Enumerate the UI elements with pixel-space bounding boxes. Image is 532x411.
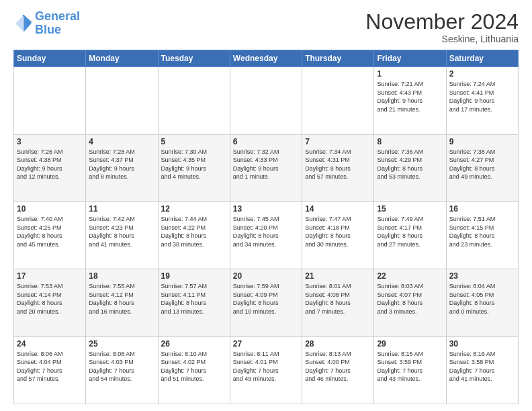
cell-0-4 — [302, 67, 374, 134]
day-info-2: Sunrise: 7:24 AM Sunset: 4:41 PM Dayligh… — [449, 80, 515, 113]
cell-1-5: 8Sunrise: 7:36 AM Sunset: 4:29 PM Daylig… — [374, 134, 446, 201]
cell-1-1: 4Sunrise: 7:28 AM Sunset: 4:37 PM Daylig… — [86, 134, 158, 201]
cell-1-6: 9Sunrise: 7:38 AM Sunset: 4:27 PM Daylig… — [446, 134, 518, 201]
day-number-20: 20 — [233, 271, 299, 281]
day-number-3: 3 — [17, 137, 83, 146]
week-row-0: 1Sunrise: 7:21 AM Sunset: 4:43 PM Daylig… — [14, 67, 519, 134]
header-thursday: Thursday — [302, 50, 374, 67]
day-number-22: 22 — [377, 271, 443, 281]
day-info-26: Sunrise: 8:10 AM Sunset: 4:02 PM Dayligh… — [161, 350, 227, 383]
day-info-5: Sunrise: 7:30 AM Sunset: 4:35 PM Dayligh… — [161, 148, 227, 181]
cell-3-6: 23Sunrise: 8:04 AM Sunset: 4:05 PM Dayli… — [446, 269, 518, 336]
day-number-4: 4 — [89, 137, 154, 146]
day-info-25: Sunrise: 8:08 AM Sunset: 4:03 PM Dayligh… — [89, 350, 154, 383]
cell-2-5: 15Sunrise: 7:49 AM Sunset: 4:17 PM Dayli… — [374, 201, 446, 269]
day-number-17: 17 — [17, 271, 83, 281]
cell-0-3 — [230, 67, 302, 134]
cell-3-3: 20Sunrise: 7:59 AM Sunset: 4:09 PM Dayli… — [230, 269, 302, 336]
day-info-1: Sunrise: 7:21 AM Sunset: 4:43 PM Dayligh… — [377, 80, 443, 113]
cell-2-2: 12Sunrise: 7:44 AM Sunset: 4:22 PM Dayli… — [158, 201, 230, 269]
day-info-10: Sunrise: 7:40 AM Sunset: 4:25 PM Dayligh… — [17, 215, 83, 248]
cell-1-3: 6Sunrise: 7:32 AM Sunset: 4:33 PM Daylig… — [230, 134, 302, 201]
cell-3-2: 19Sunrise: 7:57 AM Sunset: 4:11 PM Dayli… — [158, 269, 230, 336]
cell-0-0 — [14, 67, 86, 134]
day-number-29: 29 — [377, 339, 443, 349]
day-info-7: Sunrise: 7:34 AM Sunset: 4:31 PM Dayligh… — [305, 148, 371, 181]
header-tuesday: Tuesday — [158, 50, 230, 67]
cell-4-6: 30Sunrise: 8:16 AM Sunset: 3:58 PM Dayli… — [446, 336, 518, 404]
cell-0-1 — [86, 67, 158, 134]
day-number-12: 12 — [161, 204, 227, 214]
day-info-27: Sunrise: 8:11 AM Sunset: 4:01 PM Dayligh… — [233, 350, 299, 383]
day-number-13: 13 — [233, 204, 299, 214]
day-info-17: Sunrise: 7:53 AM Sunset: 4:14 PM Dayligh… — [17, 282, 83, 316]
day-info-22: Sunrise: 8:03 AM Sunset: 4:07 PM Dayligh… — [377, 282, 443, 316]
day-number-21: 21 — [305, 271, 371, 281]
header-wednesday: Wednesday — [230, 50, 302, 67]
cell-0-6: 2Sunrise: 7:24 AM Sunset: 4:41 PM Daylig… — [446, 67, 518, 134]
logo-line2: Blue — [35, 23, 61, 36]
day-number-19: 19 — [161, 271, 227, 281]
day-info-14: Sunrise: 7:47 AM Sunset: 4:18 PM Dayligh… — [305, 215, 371, 248]
cell-4-0: 24Sunrise: 8:06 AM Sunset: 4:04 PM Dayli… — [14, 336, 86, 404]
cell-4-2: 26Sunrise: 8:10 AM Sunset: 4:02 PM Dayli… — [158, 336, 230, 404]
day-number-23: 23 — [449, 271, 515, 281]
day-number-2: 2 — [449, 69, 515, 79]
day-number-1: 1 — [377, 69, 443, 79]
calendar-header-row: Sunday Monday Tuesday Wednesday Thursday… — [14, 50, 519, 67]
cell-4-3: 27Sunrise: 8:11 AM Sunset: 4:01 PM Dayli… — [230, 336, 302, 404]
day-info-12: Sunrise: 7:44 AM Sunset: 4:22 PM Dayligh… — [161, 215, 227, 248]
logo-text: General Blue — [35, 10, 80, 37]
day-info-19: Sunrise: 7:57 AM Sunset: 4:11 PM Dayligh… — [161, 282, 227, 316]
day-info-6: Sunrise: 7:32 AM Sunset: 4:33 PM Dayligh… — [233, 148, 299, 181]
day-info-29: Sunrise: 8:15 AM Sunset: 3:59 PM Dayligh… — [377, 350, 443, 383]
title-block: November 2024 Seskine, Lithuania — [365, 10, 519, 44]
cell-4-5: 29Sunrise: 8:15 AM Sunset: 3:59 PM Dayli… — [374, 336, 446, 404]
day-number-5: 5 — [161, 137, 227, 146]
month-title: November 2024 — [365, 10, 519, 34]
cell-1-0: 3Sunrise: 7:26 AM Sunset: 4:38 PM Daylig… — [14, 134, 86, 201]
cell-3-1: 18Sunrise: 7:55 AM Sunset: 4:12 PM Dayli… — [86, 269, 158, 336]
cell-2-3: 13Sunrise: 7:45 AM Sunset: 4:20 PM Dayli… — [230, 201, 302, 269]
day-number-25: 25 — [89, 339, 154, 349]
day-number-30: 30 — [449, 339, 515, 349]
week-row-1: 3Sunrise: 7:26 AM Sunset: 4:38 PM Daylig… — [14, 134, 519, 201]
day-info-23: Sunrise: 8:04 AM Sunset: 4:05 PM Dayligh… — [449, 282, 515, 316]
day-info-28: Sunrise: 8:13 AM Sunset: 4:00 PM Dayligh… — [305, 350, 371, 383]
day-info-13: Sunrise: 7:45 AM Sunset: 4:20 PM Dayligh… — [233, 215, 299, 248]
calendar-table: Sunday Monday Tuesday Wednesday Thursday… — [13, 50, 519, 404]
logo-icon — [13, 14, 32, 33]
day-number-11: 11 — [89, 204, 154, 214]
day-number-24: 24 — [17, 339, 83, 349]
day-info-8: Sunrise: 7:36 AM Sunset: 4:29 PM Dayligh… — [377, 148, 443, 181]
page: General Blue November 2024 Seskine, Lith… — [0, 0, 532, 411]
svg-marker-2 — [24, 15, 31, 32]
week-row-4: 24Sunrise: 8:06 AM Sunset: 4:04 PM Dayli… — [14, 336, 519, 404]
cell-1-4: 7Sunrise: 7:34 AM Sunset: 4:31 PM Daylig… — [302, 134, 374, 201]
day-info-15: Sunrise: 7:49 AM Sunset: 4:17 PM Dayligh… — [377, 215, 443, 248]
logo: General Blue — [13, 10, 80, 37]
week-row-3: 17Sunrise: 7:53 AM Sunset: 4:14 PM Dayli… — [14, 269, 519, 336]
day-info-4: Sunrise: 7:28 AM Sunset: 4:37 PM Dayligh… — [89, 148, 154, 181]
cell-4-4: 28Sunrise: 8:13 AM Sunset: 4:00 PM Dayli… — [302, 336, 374, 404]
day-number-10: 10 — [17, 204, 83, 214]
cell-1-2: 5Sunrise: 7:30 AM Sunset: 4:35 PM Daylig… — [158, 134, 230, 201]
day-info-18: Sunrise: 7:55 AM Sunset: 4:12 PM Dayligh… — [89, 282, 154, 316]
day-info-16: Sunrise: 7:51 AM Sunset: 4:15 PM Dayligh… — [449, 215, 515, 248]
day-number-14: 14 — [305, 204, 371, 214]
cell-0-2 — [158, 67, 230, 134]
day-number-15: 15 — [377, 204, 443, 214]
day-info-9: Sunrise: 7:38 AM Sunset: 4:27 PM Dayligh… — [449, 148, 515, 181]
header: General Blue November 2024 Seskine, Lith… — [13, 10, 519, 44]
day-number-16: 16 — [449, 204, 515, 214]
cell-0-5: 1Sunrise: 7:21 AM Sunset: 4:43 PM Daylig… — [374, 67, 446, 134]
cell-3-0: 17Sunrise: 7:53 AM Sunset: 4:14 PM Dayli… — [14, 269, 86, 336]
header-sunday: Sunday — [14, 50, 86, 67]
location: Seskine, Lithuania — [365, 34, 519, 44]
day-info-11: Sunrise: 7:42 AM Sunset: 4:23 PM Dayligh… — [89, 215, 154, 248]
day-number-26: 26 — [161, 339, 227, 349]
day-number-28: 28 — [305, 339, 371, 349]
day-info-3: Sunrise: 7:26 AM Sunset: 4:38 PM Dayligh… — [17, 148, 83, 181]
week-row-2: 10Sunrise: 7:40 AM Sunset: 4:25 PM Dayli… — [14, 201, 519, 269]
header-monday: Monday — [86, 50, 158, 67]
